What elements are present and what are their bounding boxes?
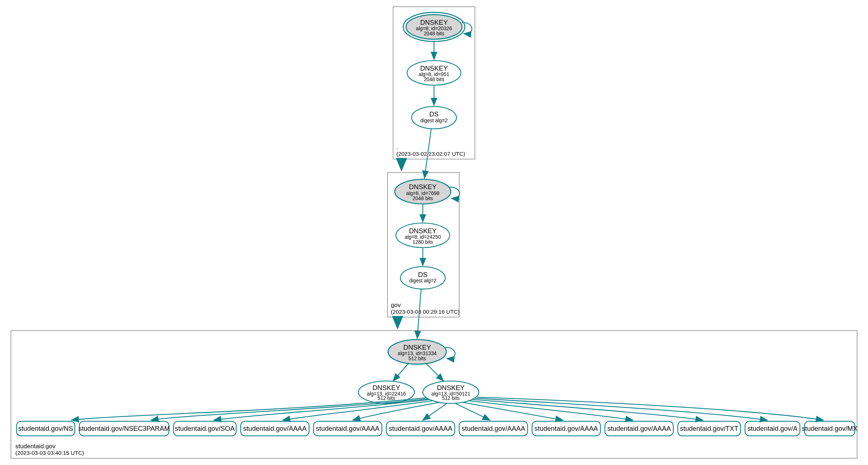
rr-row: studentaid.gov/NS studentaid.gov/NSEC3PA… (16, 421, 857, 436)
svg-text:digest alg=2: digest alg=2 (420, 118, 448, 123)
rr-aaaa-3: studentaid.gov/AAAA (387, 421, 455, 436)
rr-aaaa-2: studentaid.gov/AAAA (313, 421, 382, 436)
rr-aaaa-4: studentaid.gov/AAAA (459, 421, 528, 436)
rr-a: studentaid.gov/A (745, 421, 800, 436)
rr-aaaa-1: studentaid.gov/AAAA (241, 421, 309, 436)
node-root-ksk: DNSKEY alg=8, id=20326 2048 bits (403, 12, 465, 41)
svg-text:studentaid.gov/NS: studentaid.gov/NS (18, 425, 73, 432)
svg-text:studentaid.gov/AAAA: studentaid.gov/AAAA (607, 425, 671, 432)
node-gov-ds: DS digest alg=2 (400, 267, 445, 289)
svg-text:studentaid.gov/A: studentaid.gov/A (748, 425, 798, 432)
svg-text:512 bits: 512 bits (377, 395, 395, 401)
node-gov-ksk: DNSKEY alg=8, id=7698 2048 bits (395, 179, 451, 204)
svg-text:2048 bits: 2048 bits (424, 76, 444, 82)
zone-root: . (2023-03-02 23:02:07 UTC) DNSKEY alg=8… (393, 7, 475, 159)
svg-text:studentaid.gov/AAAA: studentaid.gov/AAAA (389, 425, 452, 432)
node-root-ds: DS digest alg=2 (412, 107, 456, 129)
svg-text:2048 bits: 2048 bits (424, 31, 444, 36)
rr-aaaa-5: studentaid.gov/AAAA (532, 421, 601, 436)
zone-gov: gov (2023-03-03 00:29:16 UTC) DNSKEY alg… (388, 129, 460, 317)
rr-nsec3param: studentaid.gov/NSEC3PARAM (78, 421, 170, 436)
svg-text:studentaid.gov/SOA: studentaid.gov/SOA (175, 425, 235, 432)
svg-text:DNSKEY: DNSKEY (409, 227, 437, 235)
svg-text:DNSKEY: DNSKEY (409, 183, 437, 191)
edge-sa-ksk-zsk2 (425, 363, 443, 381)
node-root-zsk: DNSKEY alg=8, id=951 2048 bits (407, 60, 461, 85)
zone-root-label: . (396, 144, 398, 151)
svg-text:studentaid.gov/AAAA: studentaid.gov/AAAA (461, 425, 525, 432)
edge-sa-ksk-zsk1 (393, 363, 409, 381)
zone-studentaid-timestamp: (2023-03-03 03:40:15 UTC) (15, 450, 84, 456)
svg-text:digest alg=2: digest alg=2 (409, 278, 436, 283)
node-sa-zsk2: DNSKEY alg=13, id=50121 512 bits (423, 381, 479, 404)
dnssec-graph: . (2023-03-02 23:02:07 UTC) DNSKEY alg=8… (0, 0, 868, 465)
svg-text:DNSKEY: DNSKEY (373, 384, 400, 392)
svg-text:studentaid.gov/AAAA: studentaid.gov/AAAA (316, 425, 380, 432)
rr-ns: studentaid.gov/NS (16, 421, 75, 436)
svg-text:studentaid.gov/TXT: studentaid.gov/TXT (680, 425, 738, 432)
svg-text:512 bits: 512 bits (442, 395, 460, 401)
svg-text:1280 bits: 1280 bits (413, 239, 433, 245)
zone-gov-timestamp: (2023-03-03 00:29:16 UTC) (391, 309, 460, 315)
zone-root-timestamp: (2023-03-02 23:02:07 UTC) (396, 151, 465, 157)
svg-text:studentaid.gov/AAAA: studentaid.gov/AAAA (243, 425, 307, 432)
rr-txt: studentaid.gov/TXT (678, 421, 740, 436)
svg-text:DNSKEY: DNSKEY (420, 64, 448, 72)
rr-mx: studentaid.gov/MX (802, 421, 857, 436)
svg-text:DNSKEY: DNSKEY (437, 384, 465, 392)
rr-soa: studentaid.gov/SOA (174, 421, 236, 436)
svg-text:DS: DS (429, 110, 439, 118)
svg-text:studentaid.gov/NSEC3PARAM: studentaid.gov/NSEC3PARAM (78, 425, 170, 432)
svg-text:2048 bits: 2048 bits (413, 195, 433, 201)
svg-text:DNSKEY: DNSKEY (403, 343, 431, 351)
svg-text:DS: DS (418, 271, 428, 278)
rr-aaaa-6: studentaid.gov/AAAA (605, 421, 673, 436)
svg-text:DNSKEY: DNSKEY (420, 19, 448, 26)
zone-gov-label: gov (391, 302, 401, 309)
svg-text:512 bits: 512 bits (408, 355, 426, 361)
zone-studentaid-label: studentaid.gov (15, 443, 56, 450)
node-gov-zsk: DNSKEY alg=8, id=24250 1280 bits (396, 223, 450, 248)
node-sa-ksk: DNSKEY alg=13, id=31334 512 bits (388, 339, 446, 364)
svg-text:studentaid.gov/MX: studentaid.gov/MX (802, 425, 857, 432)
svg-text:studentaid.gov/AAAA: studentaid.gov/AAAA (535, 425, 598, 432)
